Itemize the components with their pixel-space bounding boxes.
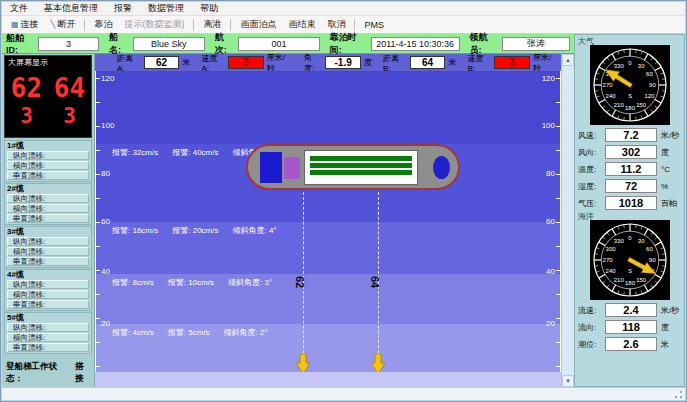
y-axis-label: 120: [101, 74, 114, 83]
draw-end-button[interactable]: 画结束: [282, 16, 321, 33]
menu-alarm[interactable]: 报警: [106, 2, 140, 15]
berth-point-button[interactable]: 画面泊点: [234, 16, 282, 33]
y-axis-label: 80: [546, 169, 555, 178]
distance-a-unit: 米: [182, 57, 190, 68]
chart-scrollbar[interactable]: ▲ ▼: [561, 54, 574, 387]
humidity-unit: %: [661, 182, 668, 191]
svg-text:60: 60: [646, 71, 653, 77]
toolbar-separator: [230, 19, 231, 31]
alarm-threshold-line: 报警: 4cm/s报警: 5cm/s倾斜角度: 2°: [112, 327, 282, 338]
current-direction-value: 118: [605, 320, 657, 334]
ladder-status: 登船梯工作状态： 搭接: [2, 359, 94, 387]
cable-group-title: 5#缆: [5, 313, 91, 322]
cable-group-title: 4#缆: [5, 270, 91, 279]
svg-text:90: 90: [649, 257, 656, 263]
wind-speed-label: 风速:: [578, 130, 605, 141]
cable3-vertical-drift-button[interactable]: 垂直漂移:: [7, 257, 89, 266]
cable-group-5: 5#缆 纵向漂移: 横向漂移: 垂直漂移:: [4, 312, 92, 354]
scroll-down-icon[interactable]: ▼: [562, 375, 574, 387]
cable2-vertical-drift-button[interactable]: 垂直漂移:: [7, 214, 89, 223]
distance-plot: 120 100 80 60 40 20 120 100 80 60 40 20: [95, 71, 561, 372]
menu-bar: 文件 基本信息管理 报警 数据管理 帮助: [2, 2, 685, 16]
cable3-longitudinal-drift-button[interactable]: 纵向漂移:: [7, 237, 89, 246]
ship-id-field[interactable]: 3: [38, 37, 99, 51]
cable4-longitudinal-drift-button[interactable]: 纵向漂移:: [7, 280, 89, 289]
berth-marker-b-icon: [371, 354, 385, 372]
connect-button[interactable]: ▦ 连接: [5, 16, 45, 33]
y-axis-label: 20: [546, 319, 555, 328]
y-axis-label: 20: [101, 319, 110, 328]
wind-direction-label: 风向:: [578, 147, 605, 158]
big-screen-display: 大屏幕显示 62 64 3 3: [4, 55, 92, 138]
svg-text:150: 150: [636, 277, 647, 283]
pilot-field[interactable]: 张涛: [502, 37, 570, 51]
cable5-lateral-drift-button[interactable]: 横向漂移:: [7, 333, 89, 342]
menu-data[interactable]: 数据管理: [140, 2, 192, 15]
speed-b-label: 速度B:: [467, 53, 491, 73]
menu-basic-info[interactable]: 基本信息管理: [36, 2, 106, 15]
cable1-longitudinal-drift-button[interactable]: 纵向漂移:: [7, 151, 89, 160]
voyage-field[interactable]: 001: [238, 37, 319, 51]
svg-text:180: 180: [624, 280, 635, 286]
humidity-value: 72: [605, 179, 657, 193]
display-distance-a: 62: [11, 73, 42, 103]
gauge-south-label: S: [628, 268, 632, 274]
menu-help[interactable]: 帮助: [192, 2, 226, 15]
svg-text:150: 150: [636, 102, 647, 108]
berth-time-field[interactable]: 2011-4-15 10:30:36: [371, 37, 460, 51]
temperature-unit: °C: [661, 165, 670, 174]
y-axis-label: 60: [546, 217, 555, 226]
hint-button[interactable]: 提示(数据监测): [118, 16, 190, 33]
svg-text:120: 120: [644, 93, 655, 99]
cable-panel: 大屏幕显示 62 64 3 3 1#缆 纵向漂移: 横向漂移:: [2, 54, 95, 387]
quay-strip: [95, 372, 561, 387]
svg-text:270: 270: [602, 257, 613, 263]
ladder-status-value: 搭接: [75, 361, 90, 385]
wind-direction-unit: 度: [661, 147, 669, 158]
cable-group-3: 3#缆 纵向漂移: 横向漂移: 垂直漂移:: [4, 226, 92, 268]
angle-value: -1.9: [325, 56, 361, 69]
tide-level-value: 2.6: [605, 337, 657, 351]
scroll-up-icon[interactable]: ▲: [562, 54, 574, 66]
pressure-unit: 百帕: [661, 198, 677, 209]
cable2-longitudinal-drift-button[interactable]: 纵向漂移:: [7, 194, 89, 203]
weather-group-title: 大气: [575, 35, 684, 45]
speed-b-value: 3: [494, 56, 530, 69]
cable4-lateral-drift-button[interactable]: 横向漂移:: [7, 290, 89, 299]
ship-superstructure: [284, 157, 300, 179]
ship-name-field[interactable]: Blue Sky: [133, 37, 205, 51]
menu-file[interactable]: 文件: [2, 2, 36, 15]
disconnect-button[interactable]: ╲ 断开: [45, 16, 82, 33]
tide-level-unit: 米: [661, 339, 669, 350]
ship-graphic[interactable]: [246, 144, 460, 190]
cable1-vertical-drift-button[interactable]: 垂直漂移:: [7, 171, 89, 180]
svg-text:330: 330: [613, 238, 624, 244]
svg-text:240: 240: [605, 93, 616, 99]
berth-label: 靠泊: [94, 18, 112, 31]
ship-id-label: 船舶ID:: [6, 32, 34, 55]
current-direction-label: 流向:: [578, 322, 605, 333]
resize-grip-icon[interactable]: [674, 390, 683, 399]
cancel-label: 取消: [327, 18, 345, 31]
cable1-lateral-drift-button[interactable]: 横向漂移:: [7, 161, 89, 170]
cable2-lateral-drift-button[interactable]: 横向漂移:: [7, 204, 89, 213]
cable3-lateral-drift-button[interactable]: 横向漂移:: [7, 247, 89, 256]
y-axis-label: 40: [101, 267, 110, 276]
svg-text:330: 330: [613, 63, 624, 69]
cable4-vertical-drift-button[interactable]: 垂直漂移:: [7, 300, 89, 309]
pms-button[interactable]: PMS: [358, 18, 390, 32]
temperature-label: 温度:: [578, 164, 605, 175]
ocean-group-title: 海洋: [575, 210, 684, 220]
display-distance-b: 64: [54, 73, 85, 103]
cable-group-4: 4#缆 纵向漂移: 横向漂移: 垂直漂移:: [4, 269, 92, 311]
cable5-longitudinal-drift-button[interactable]: 纵向漂移:: [7, 323, 89, 332]
left-axis-ticks: [96, 78, 100, 372]
svg-text:30: 30: [637, 63, 644, 69]
current-speed-label: 流速:: [578, 305, 605, 316]
cable-group-title: 1#缆: [5, 141, 91, 150]
cable5-vertical-drift-button[interactable]: 垂直漂移:: [7, 343, 89, 352]
right-axis-ticks: [556, 78, 560, 372]
cable-group-1: 1#缆 纵向漂移: 横向漂移: 垂直漂移:: [4, 140, 92, 182]
alarm-threshold-line: 报警: 16cm/s报警: 20cm/s倾斜角度: 4°: [112, 225, 291, 236]
display-speed-b: 3: [63, 103, 76, 129]
